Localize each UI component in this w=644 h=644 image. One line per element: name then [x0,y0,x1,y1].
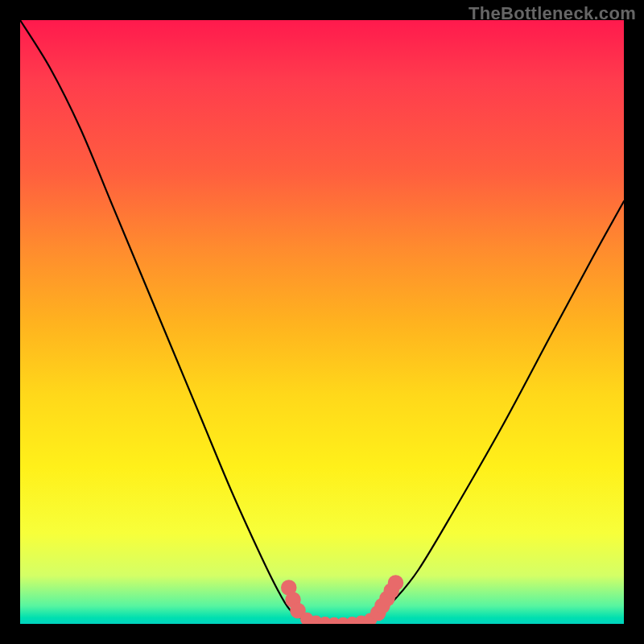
bottleneck-curve [20,20,624,624]
watermark-text: TheBottleneck.com [469,3,636,24]
plot-area [20,20,624,624]
chart-svg [20,20,624,624]
marker-dot [388,575,404,591]
marker-group [281,575,403,624]
chart-frame: TheBottleneck.com [0,0,644,644]
